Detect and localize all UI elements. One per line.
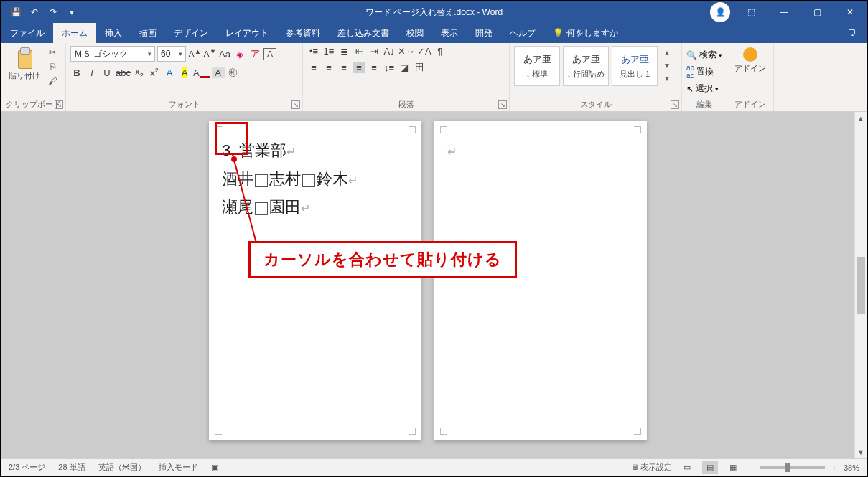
tab-mailings[interactable]: 差し込み文書 (329, 23, 398, 43)
highlight-button[interactable]: A (178, 67, 191, 78)
zoom-out-button[interactable]: − (748, 463, 752, 472)
align-distributed-button[interactable]: ≡ (368, 62, 381, 73)
show-marks-button[interactable]: ✓A (417, 46, 431, 57)
doc-line-2[interactable]: 酒井志村鈴木↵ (222, 165, 409, 194)
status-word-count[interactable]: 28 単語 (58, 462, 85, 473)
scroll-thumb[interactable] (857, 257, 865, 314)
paragraph-dialog-launcher[interactable]: ↘ (498, 100, 507, 109)
doc-line-1[interactable]: 3. 営業部↵ (222, 136, 409, 165)
close-button[interactable]: ✕ (834, 1, 867, 23)
character-shading-button[interactable]: A (212, 67, 225, 78)
redo-button[interactable]: ↷ (45, 4, 62, 21)
save-button[interactable]: 💾 (7, 4, 24, 21)
format-painter-button[interactable]: 🖌 (46, 75, 59, 88)
scroll-track[interactable] (855, 124, 867, 255)
styles-dialog-launcher[interactable]: ↘ (671, 100, 679, 109)
align-left-button[interactable]: ≡ (307, 62, 320, 73)
maximize-button[interactable]: ▢ (801, 1, 834, 23)
tab-file[interactable]: ファイル (1, 23, 53, 43)
paragraph-marks-button[interactable]: ¶ (434, 46, 447, 57)
tab-design[interactable]: デザイン (165, 23, 217, 43)
font-size-combo[interactable]: 60▾ (157, 46, 186, 62)
tab-developer[interactable]: 開発 (467, 23, 501, 43)
qat-more[interactable]: ▾ (63, 4, 80, 21)
shrink-font-button[interactable]: A▼ (203, 48, 216, 60)
scroll-up-button[interactable]: ▲ (855, 112, 867, 124)
style-no-spacing[interactable]: あア亜 ↓ 行間詰め (563, 46, 609, 86)
zoom-level[interactable]: 38% (844, 463, 859, 472)
styles-expand[interactable]: ▾ (661, 72, 673, 85)
shading-button[interactable]: ◪ (398, 62, 411, 73)
addins-button[interactable]: アドイン (732, 46, 769, 75)
bold-button[interactable]: B (70, 67, 83, 78)
replace-button[interactable]: abac置換 (686, 64, 714, 80)
vertical-scrollbar[interactable]: ▲ ▼ (854, 112, 867, 458)
numbering-button[interactable]: 1≡ (322, 46, 335, 57)
scroll-down-button[interactable]: ▼ (855, 446, 867, 458)
subscript-button[interactable]: x2 (133, 66, 146, 79)
align-right-button[interactable]: ≡ (337, 62, 350, 73)
page-2[interactable]: ↵ (434, 121, 647, 440)
borders-button[interactable]: 田 (413, 61, 426, 74)
cut-button[interactable]: ✂ (46, 46, 59, 59)
status-insert-mode[interactable]: 挿入モード (159, 462, 198, 473)
status-page[interactable]: 2/3 ページ (9, 462, 45, 473)
style-normal[interactable]: あア亜 ↓ 標準 (514, 46, 560, 86)
ribbon-display-button[interactable]: ⬚ (734, 1, 767, 23)
view-web-button[interactable]: ▦ (725, 461, 741, 474)
copy-button[interactable]: ⎘ (46, 60, 59, 73)
tab-references[interactable]: 参考資料 (277, 23, 329, 43)
character-border-button[interactable]: A (263, 48, 276, 60)
bullets-button[interactable]: •≡ (307, 46, 320, 57)
tab-help[interactable]: ヘルプ (501, 23, 544, 43)
page-1[interactable]: 3. 営業部↵ 酒井志村鈴木↵ 瀬尾園田↵ (209, 121, 421, 440)
phonetic-guide-button[interactable]: ア (248, 47, 261, 60)
find-button[interactable]: 🔍検索▾ (686, 49, 722, 61)
underline-button[interactable]: U (101, 67, 113, 78)
zoom-slider[interactable] (760, 466, 825, 469)
paste-button[interactable]: 貼り付け (6, 46, 43, 82)
tab-view[interactable]: 表示 (432, 23, 467, 43)
font-dialog-launcher[interactable]: ↘ (291, 100, 300, 109)
enclose-characters-button[interactable]: ㊓ (227, 66, 240, 79)
font-color-button[interactable]: A (193, 67, 210, 78)
multilevel-list-button[interactable]: ≣ (337, 46, 350, 57)
share-button[interactable]: 🗨 (838, 23, 867, 43)
style-heading1[interactable]: あア亜 見出し 1 (612, 46, 658, 86)
undo-button[interactable]: ↶ (26, 4, 43, 21)
styles-scroll-down[interactable]: ▾ (661, 59, 673, 72)
tab-insert[interactable]: 挿入 (96, 23, 131, 43)
text-effects-button[interactable]: A (163, 67, 176, 78)
tell-me[interactable]: 💡 何をしますか (544, 27, 618, 39)
line-dir-button[interactable]: ✕↔ (398, 46, 415, 57)
align-center-button[interactable]: ≡ (322, 62, 335, 73)
grow-font-button[interactable]: A▲ (188, 48, 201, 60)
zoom-in-button[interactable]: + (832, 463, 836, 472)
align-justify-button[interactable]: ≡ (353, 62, 365, 73)
change-case-button[interactable]: Aa (218, 49, 231, 60)
view-read-button[interactable]: ▭ (679, 461, 695, 474)
tab-layout[interactable]: レイアウト (217, 23, 277, 43)
status-macro-icon[interactable]: ▣ (211, 463, 218, 472)
document-canvas[interactable]: 3. 営業部↵ 酒井志村鈴木↵ 瀬尾園田↵ ↵ カーソルを合わせて貼り付ける (1, 112, 854, 458)
status-language[interactable]: 英語（米国） (98, 462, 146, 473)
view-print-button[interactable]: ▤ (702, 461, 718, 474)
user-avatar[interactable]: 👤 (710, 2, 730, 22)
decrease-indent-button[interactable]: ⇤ (353, 46, 365, 57)
superscript-button[interactable]: x2 (148, 67, 161, 78)
italic-button[interactable]: I (85, 67, 98, 78)
display-settings-button[interactable]: 🖥 表示設定 (630, 462, 672, 473)
styles-scroll-up[interactable]: ▴ (661, 46, 673, 59)
doc-line-empty[interactable]: ↵ (447, 136, 634, 165)
tab-review[interactable]: 校閲 (398, 23, 432, 43)
tab-home[interactable]: ホーム (53, 23, 96, 43)
scroll-track[interactable] (855, 316, 867, 447)
select-button[interactable]: ↖選択▾ (686, 82, 719, 95)
minimize-button[interactable]: — (767, 1, 801, 23)
increase-indent-button[interactable]: ⇥ (368, 46, 381, 57)
line-spacing-button[interactable]: ↕≡ (383, 62, 396, 73)
clipboard-dialog-launcher[interactable]: ↘ (55, 100, 63, 109)
tab-draw[interactable]: 描画 (131, 23, 165, 43)
sort-button[interactable]: A↓ (383, 46, 396, 57)
clear-formatting-button[interactable]: ◈ (233, 49, 246, 60)
